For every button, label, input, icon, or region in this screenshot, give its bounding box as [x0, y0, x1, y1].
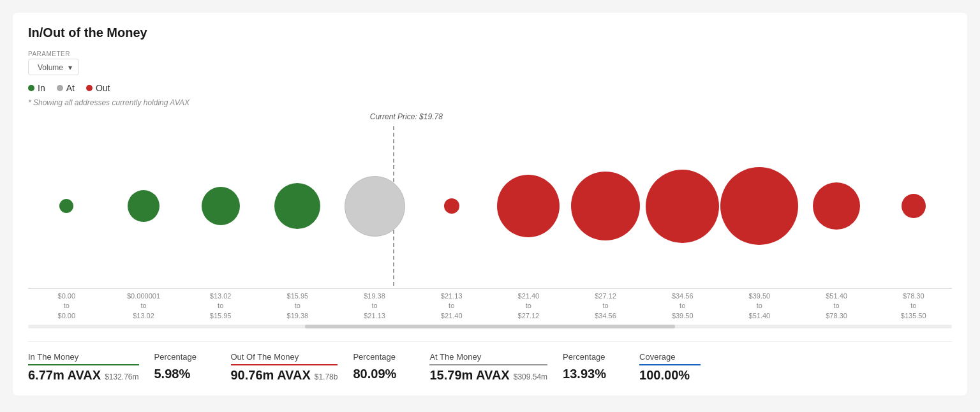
bubble-6	[497, 175, 560, 237]
at-the-money-pct: 13.93%	[563, 367, 619, 381]
at-the-money-label: At The Money	[429, 352, 547, 365]
bubble-col-1	[105, 126, 182, 286]
legend-out: Out	[86, 83, 110, 93]
dropdown-value: Volume	[38, 63, 63, 72]
volume-dropdown[interactable]: Volume ▾	[28, 59, 79, 75]
bubble-col-5	[413, 126, 490, 286]
out-of-the-money-value: 90.76m AVAX $1.78b	[231, 368, 338, 383]
note-text: * Showing all addresses currently holdin…	[28, 98, 952, 107]
out-of-the-money-block: Out Of The Money 90.76m AVAX $1.78b	[231, 352, 353, 383]
out-of-the-money-label: Out Of The Money	[231, 352, 338, 365]
in-the-money-usd: $132.76m	[105, 372, 138, 381]
legend-out-dot	[86, 85, 93, 91]
in-the-money-pct-label: Percentage	[154, 352, 211, 362]
scrollbar-thumb[interactable]	[305, 325, 674, 328]
legend-in-label: In	[38, 83, 45, 93]
at-the-money-pct-label: Percentage	[563, 352, 619, 362]
parameter-section: PARAMETER Volume ▾	[28, 50, 952, 83]
parameter-label: PARAMETER	[28, 50, 952, 57]
x-label-5: $21.13to$21.40	[413, 291, 490, 321]
coverage-block: Coverage 100.00%	[639, 352, 716, 383]
bubble-11	[902, 194, 926, 218]
legend-at-label: At	[66, 83, 75, 93]
x-label-1: $0.000001to$13.02	[105, 291, 182, 321]
in-the-money-avax: 6.77m AVAX	[28, 368, 101, 383]
at-the-money-avax: 15.79m AVAX	[429, 368, 509, 383]
bubble-2	[202, 187, 240, 225]
out-of-the-money-pct-block: Percentage 80.09%	[353, 352, 429, 381]
in-the-money-pct: 5.98%	[154, 367, 211, 381]
x-label-4: $19.38to$21.13	[336, 291, 413, 321]
in-the-money-pct-block: Percentage 5.98%	[154, 352, 231, 381]
out-of-the-money-avax: 90.76m AVAX	[231, 368, 311, 383]
x-label-0: $0.00to$0.00	[28, 291, 105, 321]
at-the-money-usd: $309.54m	[514, 372, 547, 381]
coverage-value: 100.00%	[639, 368, 701, 383]
dropdown-arrow: ▾	[68, 63, 72, 72]
bubble-4	[345, 176, 405, 237]
bubble-col-8	[644, 126, 721, 286]
bubble-8	[646, 170, 719, 243]
in-the-money-value: 6.77m AVAX $132.76m	[28, 368, 139, 383]
x-label-2: $13.02to$15.95	[182, 291, 259, 321]
legend-out-label: Out	[96, 83, 110, 93]
legend-at-dot	[57, 85, 63, 91]
bubble-0	[59, 199, 73, 213]
x-label-10: $51.40to$78.30	[798, 291, 875, 321]
scrollbar-track[interactable]	[28, 325, 952, 328]
summary-row: In The Money 6.77m AVAX $132.76m Percent…	[28, 341, 952, 383]
x-label-9: $39.50to$51.40	[721, 291, 798, 321]
bubble-col-6	[490, 126, 567, 286]
legend-in: In	[28, 83, 45, 93]
bubble-col-0	[28, 126, 105, 286]
legend-in-dot	[28, 85, 34, 91]
x-label-8: $34.56to$39.50	[644, 291, 721, 321]
bubble-col-9	[721, 126, 798, 286]
page-title: In/Out of the Money	[28, 26, 952, 40]
legend: In At Out	[28, 83, 952, 93]
bubble-7	[571, 172, 640, 240]
bubble-1	[128, 190, 160, 222]
in-the-money-block: In The Money 6.77m AVAX $132.76m	[28, 352, 154, 383]
current-price-label: Current Price: $19.78	[370, 112, 443, 121]
at-the-money-pct-block: Percentage 13.93%	[563, 352, 639, 381]
out-of-the-money-usd: $1.78b	[315, 372, 338, 381]
coverage-label: Coverage	[639, 352, 701, 365]
bubble-col-10	[798, 126, 875, 286]
bubble-col-4	[336, 126, 413, 286]
x-label-3: $15.95to$19.38	[259, 291, 336, 321]
out-of-the-money-pct: 80.09%	[353, 367, 409, 381]
bubbles-row	[28, 126, 952, 286]
bubble-col-2	[182, 126, 259, 286]
bubble-10	[813, 182, 860, 230]
in-the-money-label: In The Money	[28, 352, 139, 365]
axis-line	[28, 288, 952, 289]
legend-at: At	[57, 83, 75, 93]
bubble-col-3	[259, 126, 336, 286]
main-container: In/Out of the Money PARAMETER Volume ▾ I…	[13, 13, 967, 395]
bubble-col-7	[567, 126, 644, 286]
x-labels: $0.00to$0.00 $0.000001to$13.02 $13.02to$…	[28, 291, 952, 321]
at-the-money-value: 15.79m AVAX $309.54m	[429, 368, 547, 383]
x-label-6: $21.40to$27.12	[490, 291, 567, 321]
bubble-3	[274, 183, 320, 229]
bubble-col-11	[875, 126, 952, 286]
bubble-5	[444, 198, 459, 214]
x-label-7: $27.12to$34.56	[567, 291, 644, 321]
bubble-9	[720, 167, 798, 245]
x-label-11: $78.30to$135.50	[875, 291, 952, 321]
at-the-money-block: At The Money 15.79m AVAX $309.54m	[429, 352, 563, 383]
out-of-the-money-pct-label: Percentage	[353, 352, 409, 362]
